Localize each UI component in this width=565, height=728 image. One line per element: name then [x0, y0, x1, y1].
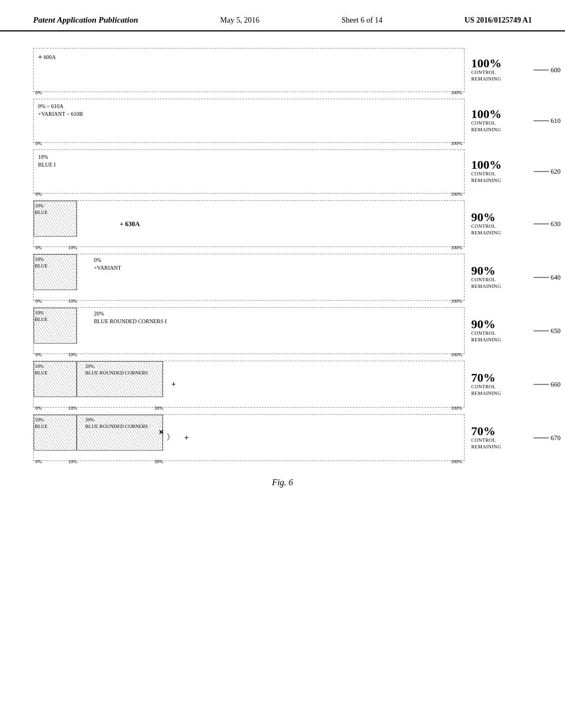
- hatch-label-660-brc: 20%BLUE ROUNDED CORNERS: [86, 363, 148, 376]
- diagram-box-660: 10%BLUE 20%BLUE ROUNDED CORNERS + 0% 10%…: [33, 361, 465, 408]
- dashed-630: [77, 201, 77, 237]
- hatch-label-640: 10%BLUE: [35, 256, 48, 269]
- ctrl-670: CONTROLREMAINING: [471, 437, 532, 450]
- diagram-box-630: 10%BLUE + 630A 0% 10% 100%: [33, 200, 465, 247]
- pct-620: 100%: [471, 159, 532, 171]
- dashed-660-1: [77, 361, 77, 397]
- sheet-info: Sheet 6 of 14: [342, 16, 382, 25]
- diagram-620: 10%BLUE I 0% 100% 100% CONTROLREMAINING …: [33, 149, 532, 194]
- ctrl-630: CONTROLREMAINING: [471, 223, 532, 236]
- plus-660: +: [172, 380, 176, 389]
- dashed-640: [77, 254, 77, 290]
- diagram-660: 10%BLUE 20%BLUE ROUNDED CORNERS + 0% 10%…: [33, 361, 532, 408]
- hatch-label-650: 10%BLUE: [35, 310, 48, 323]
- hatch-label-670-brc: 20%BLUE ROUNDED CORNERS: [86, 417, 148, 430]
- side-info-610: 100% CONTROLREMAINING 610: [471, 108, 532, 133]
- diagram-box-670: 10%BLUE 20%BLUE ROUNDED CORNERS ✕ 〉 + 0%…: [33, 414, 465, 461]
- ref-630: 630: [534, 220, 561, 228]
- diagram-670: 10%BLUE 20%BLUE ROUNDED CORNERS ✕ 〉 + 0%…: [33, 414, 532, 461]
- publication-title: Patent Application Publication: [33, 15, 138, 25]
- label-600a: + 600A: [38, 52, 56, 62]
- ref-670: 670: [534, 433, 561, 442]
- label-610: 0% ~ 610A+VARIANT ~ 610B: [38, 103, 83, 118]
- close-x-670[interactable]: ✕: [158, 429, 164, 437]
- hatch-label-670-blue: 10%BLUE: [35, 417, 48, 430]
- diagram-650: 10%BLUE 20%BLUE ROUNDED CORNERS I 0% 10%…: [33, 307, 532, 354]
- ref-610: 610: [534, 117, 561, 125]
- pct-640: 90%: [471, 265, 532, 277]
- diagram-box-600: + 600A 0% 100%: [33, 48, 465, 92]
- diagram-box-640: 10%BLUE 0%+VARIANT 0% 10% 100%: [33, 254, 465, 301]
- side-info-600: 100% CONTROLREMAINING 600: [471, 57, 532, 82]
- patent-number: US 2016/0125749 A1: [465, 16, 532, 25]
- side-info-660: 70% CONTROLREMAINING 660: [471, 372, 532, 397]
- hatch-label-630: 10%BLUE: [35, 203, 48, 216]
- diagram-600: + 600A 0% 100% 100% CONTROLREMAINING 600: [33, 48, 532, 92]
- page-header: Patent Application Publication May 5, 20…: [0, 0, 565, 31]
- side-info-630: 90% CONTROLREMAINING 630: [471, 211, 532, 236]
- diagram-box-620: 10%BLUE I 0% 100%: [33, 149, 465, 194]
- label-620: 10%BLUE I: [38, 153, 56, 169]
- side-info-670: 70% CONTROLREMAINING 670: [471, 425, 532, 450]
- hatch-label-660-blue: 10%BLUE: [35, 363, 48, 376]
- dashed-650: [77, 308, 77, 344]
- plus-630a: + 630A: [120, 220, 140, 228]
- dashed-670-1: [77, 415, 77, 451]
- label-640-variant: 0%+VARIANT: [94, 256, 121, 272]
- ref-640: 640: [534, 273, 561, 281]
- main-content: + 600A 0% 100% 100% CONTROLREMAINING 600…: [0, 37, 565, 499]
- ref-650: 650: [534, 326, 561, 335]
- ctrl-640: CONTROLREMAINING: [471, 277, 532, 290]
- diagram-640: 10%BLUE 0%+VARIANT 0% 10% 100% 90% CONTR…: [33, 254, 532, 301]
- side-info-640: 90% CONTROLREMAINING 640: [471, 265, 532, 290]
- pct-610: 100%: [471, 108, 532, 120]
- cursor-670: 〉: [167, 432, 170, 441]
- figure-caption: Fig. 6: [33, 478, 532, 488]
- pct-670: 70%: [471, 425, 532, 437]
- ctrl-660: CONTROLREMAINING: [471, 384, 532, 397]
- ctrl-600: CONTROLREMAINING: [471, 69, 532, 82]
- plus-670: +: [184, 433, 189, 442]
- pct-600: 100%: [471, 57, 532, 69]
- label-650-brc: 20%BLUE ROUNDED CORNERS I: [94, 310, 167, 325]
- diagram-630: 10%BLUE + 630A 0% 10% 100% 90% CONTROLRE…: [33, 200, 532, 247]
- publication-date: May 5, 2016: [220, 16, 259, 25]
- pct-660: 70%: [471, 372, 532, 384]
- diagram-610: 0% ~ 610A+VARIANT ~ 610B 0% 100% 100% CO…: [33, 99, 532, 143]
- ref-600: 600: [534, 66, 561, 74]
- side-info-620: 100% CONTROLREMAINING 620: [471, 159, 532, 184]
- ctrl-610: CONTROLREMAINING: [471, 120, 532, 133]
- dashed-660-2: [163, 361, 163, 397]
- diagram-box-610: 0% ~ 610A+VARIANT ~ 610B 0% 100%: [33, 99, 465, 143]
- side-info-650: 90% CONTROLREMAINING 650: [471, 318, 532, 343]
- ctrl-620: CONTROLREMAINING: [471, 171, 532, 184]
- pct-650: 90%: [471, 318, 532, 330]
- diagram-box-650: 10%BLUE 20%BLUE ROUNDED CORNERS I 0% 10%…: [33, 307, 465, 354]
- ctrl-650: CONTROLREMAINING: [471, 330, 532, 343]
- pct-630: 90%: [471, 211, 532, 223]
- ref-660: 660: [534, 380, 561, 388]
- ref-620: 620: [534, 168, 561, 176]
